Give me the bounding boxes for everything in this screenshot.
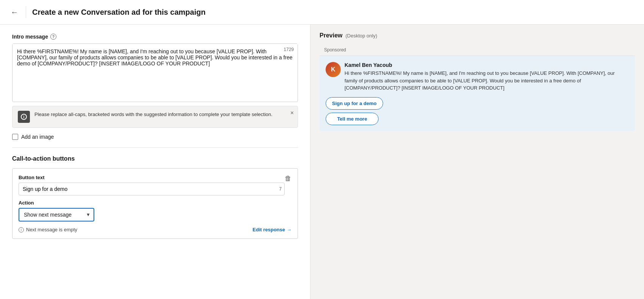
preview-card: Sponsored K Kamel Ben Yacoub Hi there %F… (320, 44, 635, 131)
add-image-row: Add an image (12, 134, 298, 148)
info-banner-text: Please replace all-caps, bracketed words… (34, 111, 273, 118)
button-text-char-count: 7 (279, 186, 282, 192)
add-image-label: Add an image (21, 134, 54, 140)
sender-name: Kamel Ben Yacoub (345, 62, 629, 68)
top-bar: ← Create a new Conversation ad for this … (0, 0, 644, 25)
page-title: Create a new Conversation ad for this ca… (32, 8, 206, 17)
avatar: K (326, 62, 341, 77)
back-button[interactable]: ← (9, 6, 20, 18)
preview-subtitle: (Desktop only) (345, 33, 377, 39)
preview-title-text: Preview (320, 32, 342, 39)
intro-label-text: Intro message (12, 34, 48, 40)
cta-text-input-wrapper: 7 (19, 183, 285, 195)
intro-section: Intro message ? 1729 i Please replace al… (12, 34, 298, 148)
cta-card-header: Button text 7 🗑 (19, 175, 292, 195)
right-panel: Preview (Desktop only) Sponsored K Kamel… (310, 25, 644, 299)
sponsored-label: Sponsored (320, 44, 635, 56)
intro-textarea[interactable] (12, 44, 298, 101)
edit-response-link[interactable]: Edit response → (253, 227, 292, 232)
cta-footer: i Next message is empty Edit response → (19, 227, 292, 232)
main-layout: Intro message ? 1729 i Please replace al… (0, 25, 644, 299)
message-area: K Kamel Ben Yacoub Hi there %FIRSTNAME%!… (320, 56, 635, 131)
button-text-input[interactable] (19, 183, 285, 195)
info-banner-icon-box: i (18, 111, 30, 123)
intro-char-count: 1729 (284, 47, 294, 52)
info-circle-icon: i (21, 114, 27, 120)
left-panel: Intro message ? 1729 i Please replace al… (0, 25, 310, 299)
next-message-info: i Next message is empty (19, 227, 77, 232)
next-message-empty-label: Next message is empty (26, 227, 77, 232)
cta-section: Call-to-action buttons Button text 7 🗑 A… (12, 155, 298, 239)
action-select[interactable]: Show next message Open URL Send message (19, 208, 94, 222)
preview-title: Preview (Desktop only) (320, 32, 635, 39)
intro-label: Intro message ? (12, 34, 298, 40)
cta-title: Call-to-action buttons (12, 155, 298, 162)
message-body: Kamel Ben Yacoub Hi there %FIRSTNAME%! M… (345, 62, 629, 92)
message-header: K Kamel Ben Yacoub Hi there %FIRSTNAME%!… (326, 62, 629, 92)
cta-card: Button text 7 🗑 Action Show next message… (12, 168, 298, 239)
action-label: Action (19, 200, 292, 206)
info-banner-close-button[interactable]: × (290, 110, 294, 116)
intro-help-icon[interactable]: ? (50, 34, 56, 40)
info-banner: i Please replace all-caps, bracketed wor… (12, 106, 298, 128)
action-select-wrapper: Show next message Open URL Send message … (19, 208, 94, 222)
button-text-label: Button text (19, 175, 285, 180)
preview-message-text: Hi there %FIRSTNAME%! My name is [NAME],… (345, 70, 629, 92)
add-image-checkbox[interactable] (12, 134, 18, 140)
action-section: Action Show next message Open URL Send m… (19, 200, 292, 222)
next-message-info-icon: i (19, 227, 24, 232)
preview-cta-button-2[interactable]: Tell me more (326, 113, 379, 125)
edit-response-arrow-icon: → (287, 227, 292, 232)
button-text-field: Button text 7 (19, 175, 285, 195)
preview-cta-button-1[interactable]: Sign up for a demo (326, 97, 383, 110)
edit-response-label: Edit response (253, 227, 285, 232)
preview-cta-buttons: Sign up for a demo Tell me more (326, 97, 629, 125)
delete-cta-button[interactable]: 🗑 (285, 175, 292, 183)
intro-textarea-wrapper: 1729 (12, 43, 298, 102)
